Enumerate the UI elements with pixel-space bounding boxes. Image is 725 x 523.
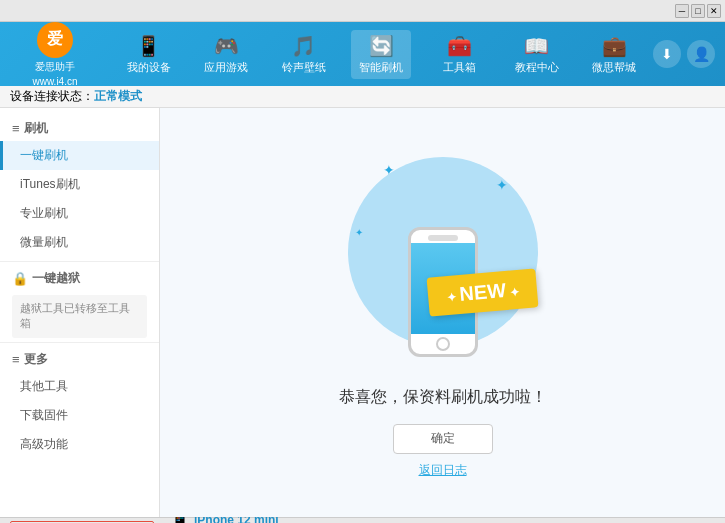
phone-home-button (436, 337, 450, 351)
statusbar: ✓ 自动敷液 ✓ 通过向导 📱 iPhone 12 mini 64GB Down… (0, 517, 725, 523)
sidebar-item-advanced[interactable]: 高级功能 (0, 430, 159, 459)
phone-illustration: ✦ ✦ ✦ NEW (343, 147, 543, 367)
sidebar-section-more: ≡ 更多 (0, 347, 159, 372)
content-area: ✦ ✦ ✦ NEW 恭喜您，保资料刷机成功啦！ 确定 返回日志 (160, 108, 725, 517)
nav-bar: 📱 我的设备 🎮 应用游戏 🎵 铃声壁纸 🔄 智能刷机 🧰 工具箱 📖 教程中心… (110, 30, 653, 79)
logo-line2: www.i4.cn (32, 76, 77, 87)
sidebar: ≡ 刷机 一键刷机 iTunes刷机 专业刷机 微量刷机 🔒 一键越狱 越狱工具… (0, 108, 160, 517)
logo-icon: 爱 (37, 22, 73, 58)
nav-tutorials[interactable]: 📖 教程中心 (507, 30, 567, 79)
nav-weixin-label: 微思帮城 (592, 60, 636, 75)
logo-line1: 爱思助手 (35, 60, 75, 74)
nav-device-label: 我的设备 (127, 60, 171, 75)
sidebar-item-itunes-flash[interactable]: iTunes刷机 (0, 170, 159, 199)
header: 爱 爱思助手 www.i4.cn 📱 我的设备 🎮 应用游戏 🎵 铃声壁纸 🔄 … (0, 22, 725, 86)
back-link[interactable]: 返回日志 (419, 462, 467, 479)
nav-ringtones-icon: 🎵 (291, 34, 316, 58)
nav-toolbox-label: 工具箱 (443, 60, 476, 75)
nav-apps-label: 应用游戏 (204, 60, 248, 75)
more-section-icon: ≡ (12, 352, 20, 367)
download-button[interactable]: ⬇ (653, 40, 681, 68)
sidebar-item-other-tools[interactable]: 其他工具 (0, 372, 159, 401)
success-message: 恭喜您，保资料刷机成功啦！ (339, 387, 547, 408)
sidebar-item-download-firmware[interactable]: 下载固件 (0, 401, 159, 430)
nav-ringtones-label: 铃声壁纸 (282, 60, 326, 75)
divider-2 (0, 342, 159, 343)
sparkle-1: ✦ (383, 162, 395, 178)
restore-button[interactable]: □ (691, 4, 705, 18)
flash-section-icon: ≡ (12, 121, 20, 136)
nav-tutorials-label: 教程中心 (515, 60, 559, 75)
divider-1 (0, 261, 159, 262)
minimize-button[interactable]: ─ (675, 4, 689, 18)
sidebar-item-onekey-flash[interactable]: 一键刷机 (0, 141, 159, 170)
sidebar-item-pro-flash[interactable]: 专业刷机 (0, 199, 159, 228)
more-section-label: 更多 (24, 351, 48, 368)
nav-tutorials-icon: 📖 (524, 34, 549, 58)
flash-section-label: 刷机 (24, 120, 48, 137)
logo-area: 爱 爱思助手 www.i4.cn (10, 22, 100, 87)
connection-status: 正常模式 (94, 88, 142, 105)
sidebar-section-flash: ≡ 刷机 (0, 116, 159, 141)
main-area: ≡ 刷机 一键刷机 iTunes刷机 专业刷机 微量刷机 🔒 一键越狱 越狱工具… (0, 108, 725, 517)
nav-apps-games[interactable]: 🎮 应用游戏 (196, 30, 256, 79)
nav-flash-label: 智能刷机 (359, 60, 403, 75)
confirm-button[interactable]: 确定 (393, 424, 493, 454)
account-button[interactable]: 👤 (687, 40, 715, 68)
nav-weixin-icon: 💼 (602, 34, 627, 58)
nav-ringtones[interactable]: 🎵 铃声壁纸 (274, 30, 334, 79)
nav-toolbox-icon: 🧰 (447, 34, 472, 58)
connection-label: 设备连接状态： (10, 88, 94, 105)
nav-smart-flash[interactable]: 🔄 智能刷机 (351, 30, 411, 79)
header-actions: ⬇ 👤 (653, 40, 715, 68)
sparkle-2: ✦ (496, 177, 508, 193)
nav-apps-icon: 🎮 (214, 34, 239, 58)
nav-weixin-store[interactable]: 💼 微思帮城 (584, 30, 644, 79)
sparkle-3: ✦ (355, 227, 363, 238)
jailbreak-note: 越狱工具已转移至工具箱 (12, 295, 147, 338)
connection-status-bar: 设备连接状态： 正常模式 (0, 86, 725, 108)
nav-toolbox[interactable]: 🧰 工具箱 (429, 30, 489, 79)
window-controls[interactable]: ─ □ ✕ (675, 4, 721, 18)
titlebar: ─ □ ✕ (0, 0, 725, 22)
jailbreak-section-icon: 🔒 (12, 271, 28, 286)
nav-flash-icon: 🔄 (369, 34, 394, 58)
nav-my-device[interactable]: 📱 我的设备 (119, 30, 179, 79)
sidebar-section-jailbreak: 🔒 一键越狱 (0, 266, 159, 291)
sidebar-item-ota-flash[interactable]: 微量刷机 (0, 228, 159, 257)
nav-device-icon: 📱 (136, 34, 161, 58)
jailbreak-section-label: 一键越狱 (32, 270, 80, 287)
close-button[interactable]: ✕ (707, 4, 721, 18)
